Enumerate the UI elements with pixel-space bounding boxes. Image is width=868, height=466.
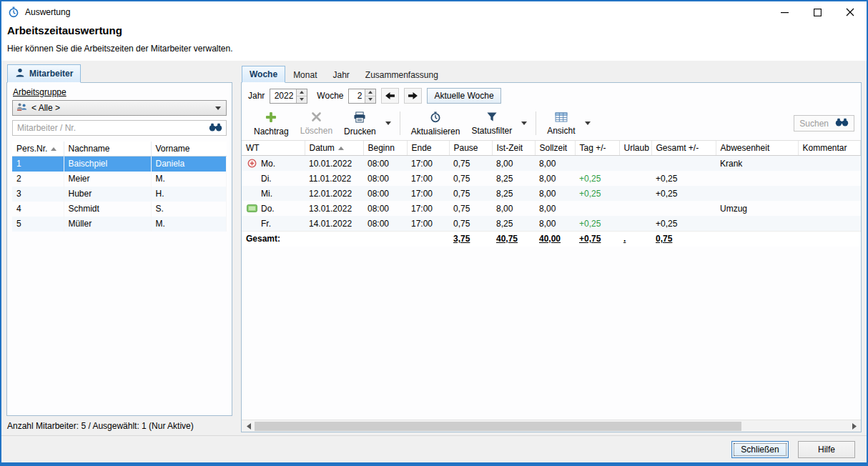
woche-spin-down-button[interactable]	[365, 96, 375, 103]
ansicht-dropdown-button[interactable]	[581, 108, 594, 139]
day-row[interactable]: Fr. 14.01.2022 08:00 17:00 0,75 8,25 8,0…	[242, 216, 861, 232]
jahr-spin-up-button[interactable]	[297, 89, 307, 96]
scrollbar-thumb[interactable]	[255, 422, 741, 431]
cell-datum: 14.01.2022	[305, 216, 363, 232]
column-kommentar[interactable]: Kommentar	[798, 141, 861, 156]
total-pause: 3,75	[449, 232, 492, 247]
cell-nachname: Müller	[64, 217, 151, 232]
employee-search-input[interactable]	[13, 123, 209, 133]
cell-ist: 8,00	[492, 201, 535, 216]
day-row[interactable]: Mi. 12.01.2022 08:00 17:00 0,75 8,25 8,0…	[242, 186, 861, 201]
column-ist-zeit[interactable]: Ist-Zeit	[492, 141, 535, 156]
employee-row[interactable]: 2 Meier M.	[12, 172, 227, 187]
binoculars-icon[interactable]	[209, 123, 222, 134]
drucken-dropdown-button[interactable]	[382, 108, 395, 139]
total-tag-delta: +0,75	[575, 232, 619, 247]
loeschen-button[interactable]: Löschen	[295, 108, 338, 139]
employee-row[interactable]: 3 Huber H.	[12, 187, 227, 202]
tab-monat[interactable]: Monat	[285, 66, 325, 83]
day-row[interactable]: Do. 13.01.2022 08:00 17:00 0,75 8,00 8,0…	[242, 201, 861, 216]
nachtrag-button[interactable]: Nachtrag	[248, 108, 295, 139]
scroll-left-button[interactable]	[243, 421, 254, 432]
auswertung-window: Auswertung Arbeitszeitauswertung Hier kö…	[0, 0, 868, 466]
cell-pause: 0,75	[449, 201, 492, 216]
group-icon	[16, 102, 27, 114]
table-view-icon	[555, 112, 568, 124]
tab-woche[interactable]: Woche	[242, 66, 285, 83]
woche-spin-up-button[interactable]	[365, 89, 375, 96]
jahr-input[interactable]	[270, 89, 296, 103]
jahr-spin-down-button[interactable]	[297, 96, 307, 103]
column-sollzeit[interactable]: Sollzeit	[535, 141, 575, 156]
statusfilter-button[interactable]: Statusfilter	[465, 108, 518, 139]
column-persnr[interactable]: Pers.Nr.	[12, 142, 64, 157]
column-urlaub[interactable]: Urlaub	[619, 141, 651, 156]
tab-zusammenfassung[interactable]: Zusammenfassung	[357, 66, 446, 83]
column-vorname[interactable]: Vorname	[151, 142, 227, 157]
cell-ende: 17:00	[407, 216, 449, 232]
cell-empty	[305, 232, 363, 247]
tab-jahr[interactable]: Jahr	[325, 66, 357, 83]
woche-input[interactable]	[349, 89, 365, 103]
nachtrag-label: Nachtrag	[254, 127, 289, 136]
maximize-button[interactable]	[801, 1, 834, 23]
prev-week-button[interactable]	[381, 88, 399, 104]
chevron-down-icon	[385, 122, 391, 125]
aktualisieren-button[interactable]: Aktualisieren	[405, 108, 466, 139]
cell-soll: 8,00	[535, 171, 575, 186]
suchen-label: Suchen	[799, 119, 829, 129]
total-urlaub: .	[619, 232, 651, 247]
minimize-button[interactable]	[768, 1, 801, 23]
hilfe-button[interactable]: Hilfe	[798, 441, 855, 458]
cell-ist: 8,25	[492, 171, 535, 186]
cell-wt: Mi.	[261, 189, 272, 199]
cell-empty	[407, 232, 449, 247]
cell-persnr: 4	[12, 202, 64, 217]
close-button[interactable]	[834, 1, 867, 23]
cell-abwesenheit	[716, 171, 798, 186]
column-gesamt-delta[interactable]: Gesamt +/-	[651, 141, 716, 156]
aktuelle-woche-button[interactable]: Aktuelle Woche	[427, 88, 500, 104]
scroll-right-button[interactable]	[849, 421, 859, 432]
cell-urlaub	[619, 216, 651, 232]
column-datum[interactable]: Datum	[305, 141, 363, 156]
column-datum-label: Datum	[310, 143, 335, 153]
column-tag-delta[interactable]: Tag +/-	[575, 141, 619, 156]
tab-mitarbeiter[interactable]: Mitarbeiter	[7, 64, 81, 83]
day-row[interactable]: Mo. 10.01.2022 08:00 17:00 0,75 8,00 8,0…	[242, 156, 861, 172]
cell-beginn: 08:00	[363, 156, 407, 172]
view-tabs: Woche Monat Jahr Zusammenfassung	[241, 65, 862, 82]
drucken-button[interactable]: Drucken	[338, 108, 382, 139]
suchen-button[interactable]: Suchen	[794, 115, 854, 132]
cell-wt: Di.	[261, 174, 272, 184]
cell-persnr: 3	[12, 187, 64, 202]
cell-empty	[716, 232, 798, 247]
day-row[interactable]: Di. 11.01.2022 08:00 17:00 0,75 8,25 8,0…	[242, 171, 861, 186]
employee-section: Mitarbeiter Arbeitsgruppe < Alle >	[6, 65, 232, 432]
employee-row[interactable]: 5 Müller M.	[12, 217, 227, 232]
page-title: Arbeitszeitauswertung	[7, 24, 859, 36]
statusfilter-dropdown-button[interactable]	[518, 108, 531, 139]
employee-row[interactable]: 4 Schmidt S.	[12, 202, 227, 217]
schliessen-button[interactable]: Schließen	[731, 441, 789, 458]
next-week-button[interactable]	[404, 88, 422, 104]
cell-abwesenheit	[716, 186, 798, 201]
cell-pause: 0,75	[449, 156, 492, 172]
column-ende[interactable]: Ende	[407, 141, 449, 156]
cell-abwesenheit	[716, 216, 798, 232]
cell-tag-delta	[575, 156, 619, 172]
column-beginn[interactable]: Beginn	[363, 141, 407, 156]
employee-row[interactable]: 1 Baischpiel Daniela	[12, 157, 227, 172]
total-gesamt-delta: 0,75	[651, 232, 716, 247]
column-pause[interactable]: Pause	[449, 141, 492, 156]
column-wt[interactable]: WT	[242, 141, 305, 156]
cell-datum: 10.01.2022	[305, 156, 363, 172]
horizontal-scrollbar[interactable]	[242, 420, 861, 432]
cell-vorname: Daniela	[151, 157, 227, 172]
cell-kommentar	[798, 216, 861, 232]
arbeitsgruppe-select[interactable]: < Alle >	[12, 100, 227, 116]
ansicht-button[interactable]: Ansicht	[541, 108, 581, 139]
column-nachname[interactable]: Nachname	[64, 142, 151, 157]
cell-kommentar	[798, 171, 861, 186]
column-abwesenheit[interactable]: Abwesenheit	[716, 141, 798, 156]
